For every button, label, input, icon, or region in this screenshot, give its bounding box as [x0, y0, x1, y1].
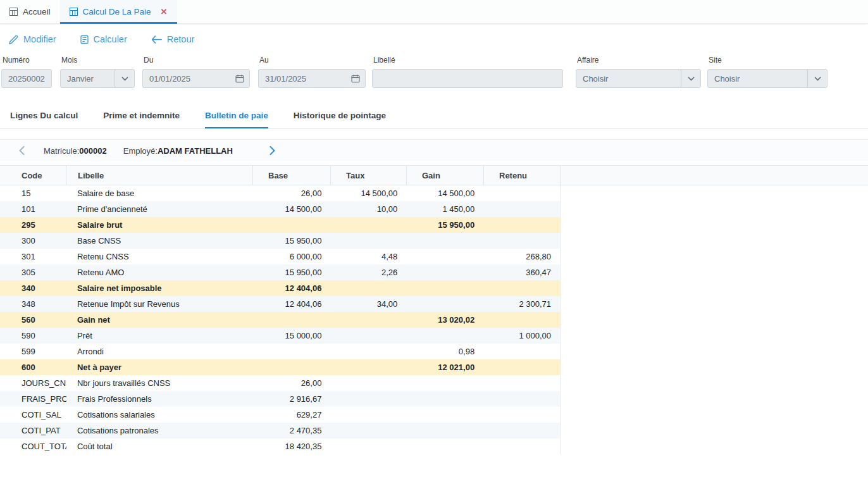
cell-base: 2 470,35	[253, 426, 331, 435]
table-row[interactable]: COUT_TOTALCoût total18 420,35	[0, 438, 561, 454]
employee-navigator: Matricule:000002 Employé:ADAM FATHELLAH	[0, 140, 868, 161]
cell-retenu: 360,47	[483, 268, 560, 277]
cell-code: 560	[10, 315, 66, 325]
table-row[interactable]: 295Salaire brut15 950,00	[0, 217, 561, 233]
table-row[interactable]: 590Prêt15 000,001 000,00	[0, 328, 561, 344]
bulletin-panel: Matricule:000002 Employé:ADAM FATHELLAH …	[0, 139, 868, 454]
tab-historique-de-pointage[interactable]: Historique de pointage	[294, 104, 386, 128]
cell-code: COTI_PAT	[10, 426, 66, 435]
calculator-icon	[80, 35, 89, 44]
libelle-field[interactable]	[372, 69, 563, 88]
table-row[interactable]: 560Gain net13 020,02	[0, 312, 561, 328]
retour-label: Retour	[167, 34, 195, 44]
close-icon[interactable]: ✕	[161, 7, 168, 16]
cell-gain: 15 950,00	[406, 220, 483, 230]
table-icon	[70, 8, 78, 16]
chevron-down-icon	[115, 70, 134, 87]
filter-form: Numéro20250002MoisJanvierDu01/01/2025Au3…	[0, 51, 868, 88]
retour-button[interactable]: Retour	[151, 34, 195, 44]
cell-libelle: Arrondi	[66, 347, 253, 356]
table-row[interactable]: 15Salaire de base26,0014 500,0014 500,00	[0, 185, 561, 201]
mois-select[interactable]: Janvier	[60, 69, 135, 88]
cell-code: 295	[10, 220, 66, 230]
cell-base: 12 404,06	[253, 299, 331, 309]
calendar-icon	[346, 74, 365, 83]
field-label: Mois	[61, 56, 135, 65]
calculer-button[interactable]: Calculer	[80, 34, 127, 44]
calendar-icon	[230, 74, 249, 83]
chevron-left-icon[interactable]	[16, 145, 27, 156]
column-header-retenu[interactable]: Retenu	[484, 166, 561, 185]
tab-accueil[interactable]: Accueil	[0, 0, 60, 23]
table-row[interactable]: JOURS_CNSSNbr jours travaillés CNSS26,00	[0, 375, 561, 391]
chevron-down-icon	[681, 70, 700, 87]
cell-libelle: Salaire de base	[66, 189, 253, 198]
table-header: CodeLibelleBaseTauxGainRetenu	[0, 165, 868, 185]
cell-taux: 4,48	[330, 252, 406, 261]
cell-base: 26,00	[253, 189, 331, 198]
column-header-libelle[interactable]: Libelle	[66, 166, 253, 185]
cell-code: 590	[10, 331, 66, 340]
table-row[interactable]: 348Retenue Impôt sur Revenus12 404,0634,…	[0, 296, 561, 312]
tab-calcul-de-la-paie-label: Calcul De La Paie	[83, 7, 151, 16]
cell-code: JOURS_CNSS	[10, 378, 66, 388]
field-label: Numéro	[3, 56, 52, 65]
modifier-label: Modifier	[23, 34, 56, 44]
cell-gain: 14 500,00	[406, 189, 483, 198]
table-row[interactable]: 101Prime d'ancienneté14 500,0010,001 450…	[0, 201, 561, 217]
cell-code: COUT_TOTAL	[10, 442, 66, 451]
column-header-gain[interactable]: Gain	[407, 166, 484, 185]
tab-calcul-de-la-paie[interactable]: Calcul De La Paie ✕	[60, 0, 177, 23]
field-label: Libellé	[373, 56, 563, 65]
cell-gain: 13 020,02	[406, 315, 483, 325]
cell-code: 101	[10, 204, 66, 214]
tab-bulletin-de-paie[interactable]: Bulletin de paie	[205, 104, 268, 128]
modifier-button[interactable]: Modifier	[9, 34, 56, 44]
cell-base: 26,00	[253, 378, 331, 388]
site-select[interactable]: Choisir	[707, 69, 828, 88]
cell-code: 599	[10, 347, 66, 356]
cell-libelle: Gain net	[66, 315, 253, 325]
tab-lignes-du-calcul[interactable]: Lignes Du calcul	[10, 104, 78, 128]
cell-libelle: Salaire brut	[66, 220, 253, 230]
cell-libelle: Coût total	[66, 442, 253, 451]
table-row[interactable]: FRAIS_PROFrais Professionnels2 916,67	[0, 391, 561, 407]
cell-libelle: Retenu CNSS	[66, 252, 253, 261]
au-field[interactable]: 31/01/2025	[258, 69, 366, 88]
matricule-label: Matricule:	[44, 146, 79, 156]
cell-libelle: Salaire net imposable	[66, 283, 253, 293]
field-du: Du01/01/2025	[142, 56, 250, 88]
cell-taux: 10,00	[330, 204, 406, 214]
du-field[interactable]: 01/01/2025	[142, 69, 250, 88]
table-row[interactable]: COTI_PATCotisations patronales2 470,35	[0, 423, 561, 438]
column-header-taux[interactable]: Taux	[331, 166, 407, 185]
payroll-app-window: Accueil Calcul De La Paie ✕ Modifier Cal…	[0, 0, 868, 503]
table-row[interactable]: 600Net à payer12 021,00	[0, 359, 561, 375]
table-row[interactable]: 301Retenu CNSS6 000,004,48268,80	[0, 249, 561, 264]
table-row[interactable]: 340Salaire net imposable12 404,06	[0, 280, 561, 296]
field-label: Du	[144, 56, 250, 65]
numero-field[interactable]: 20250002	[1, 69, 52, 88]
cell-taux: 14 500,00	[330, 189, 406, 198]
employe-label: Employé:	[123, 146, 158, 156]
cell-base: 12 404,06	[253, 283, 331, 293]
cell-libelle: Net à payer	[66, 363, 253, 372]
tab-prime-et-indemnite[interactable]: Prime et indemnite	[103, 104, 180, 128]
table-row[interactable]: 599Arrondi0,98	[0, 344, 561, 359]
affaire-select[interactable]: Choisir	[576, 69, 701, 88]
table-row[interactable]: 300Base CNSS15 950,00	[0, 233, 561, 249]
cell-base: 6 000,00	[253, 252, 331, 261]
column-header-code[interactable]: Code	[10, 166, 66, 185]
grid-icon	[9, 8, 18, 16]
cell-libelle: Nbr jours travaillés CNSS	[66, 378, 253, 388]
header-filler	[561, 166, 868, 185]
field-label: Affaire	[577, 56, 701, 65]
table-row[interactable]: COTI_SALCotisations salariales629,27	[0, 407, 561, 423]
cell-gain: 12 021,00	[406, 363, 483, 372]
cell-code: 301	[10, 252, 66, 261]
chevron-right-icon[interactable]	[267, 145, 278, 156]
column-header-base[interactable]: Base	[253, 166, 331, 185]
table-row[interactable]: 305Retenu AMO15 950,002,26360,47	[0, 264, 561, 280]
cell-retenu: 1 000,00	[483, 331, 560, 340]
cell-libelle: Retenue Impôt sur Revenus	[66, 299, 253, 309]
